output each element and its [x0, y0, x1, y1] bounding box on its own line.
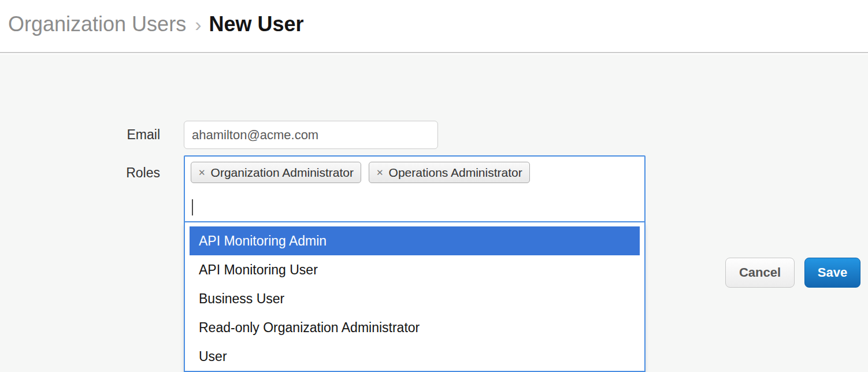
save-button[interactable]: Save	[804, 258, 860, 288]
text-cursor-caret	[192, 199, 193, 215]
role-option[interactable]: API Monitoring Admin	[190, 226, 640, 255]
roles-options-list: API Monitoring AdminAPI Monitoring UserB…	[185, 222, 644, 371]
remove-tag-icon[interactable]: ✕	[376, 168, 384, 177]
selected-roles: ✕Organization Administrator✕Operations A…	[191, 162, 530, 183]
role-tag-label: Operations Administrator	[389, 166, 522, 180]
role-option[interactable]: API Monitoring User	[190, 255, 640, 284]
role-tag-label: Organization Administrator	[211, 166, 354, 180]
new-user-page: Organization Users › New User Email Role…	[0, 0, 868, 372]
breadcrumb-parent-link[interactable]: Organization Users	[8, 12, 186, 36]
email-label: Email	[87, 121, 160, 149]
role-option[interactable]: User	[190, 342, 640, 371]
remove-tag-icon[interactable]: ✕	[198, 168, 206, 177]
roles-search-input[interactable]	[192, 198, 365, 217]
email-field[interactable]	[184, 121, 438, 149]
page-header: Organization Users › New User	[0, 0, 868, 53]
role-tag: ✕Operations Administrator	[369, 162, 530, 183]
roles-label: Roles	[87, 157, 160, 189]
breadcrumb-chevron-icon: ›	[186, 13, 209, 36]
role-option[interactable]: Read-only Organization Administrator	[190, 313, 640, 342]
cancel-button[interactable]: Cancel	[725, 258, 795, 288]
page-title: New User	[209, 12, 303, 36]
role-tag: ✕Organization Administrator	[191, 162, 361, 183]
roles-dropdown: API Monitoring AdminAPI Monitoring UserB…	[184, 222, 646, 372]
role-option[interactable]: Business User	[190, 284, 640, 313]
roles-multiselect[interactable]: ✕Organization Administrator✕Operations A…	[184, 155, 646, 222]
